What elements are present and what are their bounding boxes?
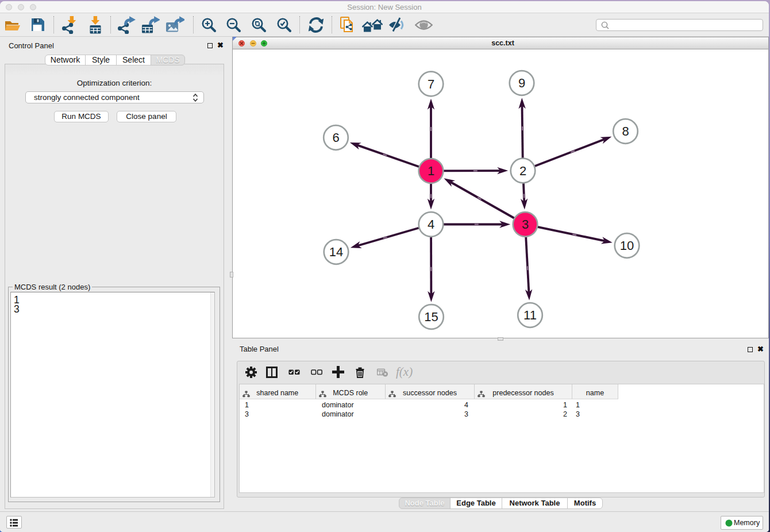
- svg-text:7: 7: [428, 77, 434, 91]
- svg-text:14: 14: [329, 245, 343, 259]
- svg-text:4: 4: [428, 217, 434, 232]
- svg-text:2: 2: [519, 164, 526, 178]
- svg-text:6: 6: [332, 130, 339, 145]
- svg-text:15: 15: [424, 310, 438, 324]
- svg-text:3: 3: [522, 217, 529, 232]
- svg-text:9: 9: [518, 76, 525, 90]
- svg-text:8: 8: [622, 124, 629, 138]
- svg-text:1: 1: [428, 164, 434, 178]
- svg-text:10: 10: [620, 238, 634, 253]
- svg-text:11: 11: [523, 308, 537, 322]
